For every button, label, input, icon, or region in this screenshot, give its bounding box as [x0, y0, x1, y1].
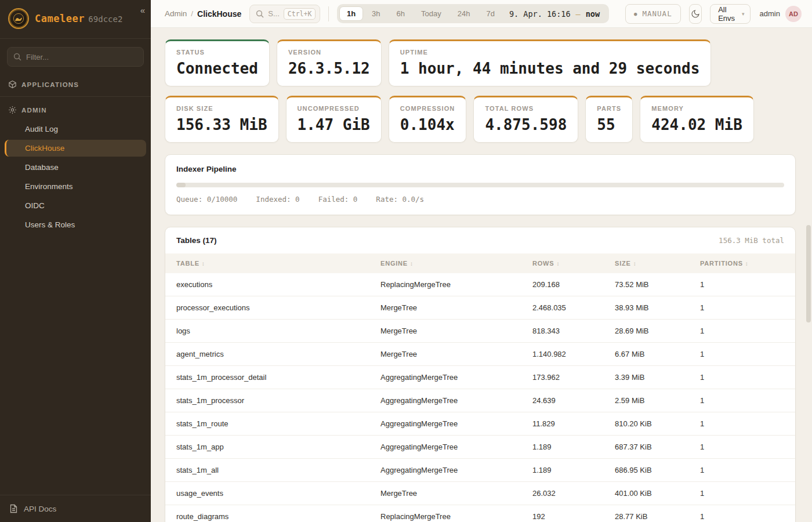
environment-select[interactable]: All Envs ▾	[710, 4, 750, 24]
sort-icon[interactable]: ↕	[202, 260, 205, 267]
cell-engine: AggregatingMergeTree	[380, 373, 532, 382]
cell-partitions: 1	[700, 350, 784, 358]
user-menu[interactable]: admin AD	[760, 6, 802, 22]
env-selected-value: All Envs	[718, 5, 742, 23]
sort-icon[interactable]: ↕	[556, 260, 560, 267]
cell-engine: MergeTree	[380, 303, 532, 312]
scrollbar-thumb[interactable]	[806, 225, 811, 322]
sidebar-nav-item[interactable]: Audit Log	[5, 121, 146, 137]
cell-engine: MergeTree	[380, 327, 532, 335]
cell-size: 6.67 MiB	[615, 350, 700, 358]
cell-size: 810.20 KiB	[615, 419, 700, 428]
cell-table: agent_metrics	[176, 350, 380, 358]
column-header[interactable]: TABLE ↕	[176, 260, 380, 267]
stat-value: 26.3.5.12	[288, 60, 370, 77]
brand-name: Cameleer	[35, 13, 85, 24]
sidebar-nav-item[interactable]: ClickHouse	[5, 140, 146, 157]
search-icon	[13, 53, 21, 61]
sidebar-collapse-icon[interactable]: «	[140, 6, 145, 14]
sort-icon[interactable]: ↕	[745, 260, 749, 267]
sidebar-nav-item[interactable]: Environments	[5, 178, 146, 195]
global-search[interactable]: S... Ctrl+K	[249, 5, 320, 23]
package-icon	[8, 80, 17, 89]
sort-icon[interactable]: ↕	[410, 260, 414, 267]
stat-cards-row-1: STATUS Connected VERSION 26.3.5.12 UPTIM…	[165, 39, 796, 86]
sidebar-section-applications[interactable]: APPLICATIONS	[0, 72, 151, 94]
stat-label: PARTS	[597, 105, 621, 112]
cell-engine: AggregatingMergeTree	[380, 466, 532, 474]
sidebar-nav-item[interactable]: Users & Roles	[5, 216, 146, 233]
time-range-button[interactable]: 1h	[339, 6, 363, 21]
cameleer-logo-icon	[8, 8, 29, 29]
tables-total-size: 156.3 MiB total	[719, 236, 784, 245]
table-row[interactable]: stats_1m_route AggregatingMergeTree 11.8…	[165, 412, 795, 436]
dark-mode-toggle[interactable]	[689, 4, 702, 24]
date-range-display[interactable]: 9. Apr. 16:16 – now	[503, 9, 607, 19]
stat-card: VERSION 26.3.5.12	[277, 39, 382, 86]
sidebar-header: Cameleer 69dcce2 «	[0, 0, 151, 39]
column-header[interactable]: SIZE ↕	[615, 260, 700, 267]
stat-label: VERSION	[288, 49, 370, 56]
sidebar-nav-item[interactable]: Database	[5, 159, 146, 176]
sidebar: Cameleer 69dcce2 « APPLICATIONS ADMIN Au…	[0, 0, 151, 522]
manual-refresh-button[interactable]: ● MANUAL	[625, 4, 681, 24]
table-row[interactable]: stats_1m_processor AggregatingMergeTree …	[165, 389, 795, 412]
stat-label: UPTIME	[400, 49, 700, 56]
indexer-stat: Indexed: 0	[256, 195, 299, 204]
date-range-from: 9. Apr. 16:16	[509, 9, 571, 19]
indexer-pipeline-panel: Indexer Pipeline Queue: 0/10000 Indexed:…	[165, 154, 796, 215]
table-row[interactable]: route_diagrams ReplacingMergeTree 192 28…	[165, 505, 795, 522]
cell-rows: 2.468.035	[532, 303, 615, 312]
cell-size: 401.00 KiB	[615, 489, 700, 498]
stat-card: TOTAL ROWS 4.875.598	[473, 96, 578, 143]
table-row[interactable]: logs MergeTree 818.343 28.69 MiB 1	[165, 320, 795, 343]
cell-rows: 1.189	[532, 443, 615, 451]
stat-value: 424.02 MiB	[651, 116, 742, 133]
sort-icon[interactable]: ↕	[633, 260, 637, 267]
time-range-button[interactable]: 6h	[389, 6, 412, 21]
topbar: Admin / ClickHouse S... Ctrl+K 1h 3h 6h …	[151, 0, 812, 28]
table-row[interactable]: stats_1m_processor_detail AggregatingMer…	[165, 366, 795, 389]
avatar[interactable]: AD	[785, 6, 802, 22]
table-row[interactable]: executions ReplacingMergeTree 209.168 73…	[165, 273, 795, 296]
tables-title: Tables (17)	[176, 236, 217, 245]
cell-size: 2.59 MiB	[615, 396, 700, 405]
section-label: APPLICATIONS	[21, 81, 79, 88]
time-range-button[interactable]: 7d	[478, 6, 502, 21]
api-docs-link[interactable]: API Docs	[0, 495, 151, 522]
time-range-button[interactable]: 3h	[364, 6, 387, 21]
stat-label: COMPRESSION	[400, 105, 455, 112]
sidebar-nav-item[interactable]: OIDC	[5, 197, 146, 214]
indexer-progress-fill	[176, 183, 186, 187]
cell-partitions: 1	[700, 303, 784, 312]
cell-size: 687.37 KiB	[615, 443, 700, 451]
cell-partitions: 1	[700, 419, 784, 428]
table-row[interactable]: usage_events MergeTree 26.032 401.00 KiB…	[165, 482, 795, 505]
date-range-to: now	[586, 9, 600, 19]
breadcrumb-separator: /	[191, 9, 193, 18]
time-range-button[interactable]: 24h	[450, 6, 478, 21]
breadcrumb-section[interactable]: Admin	[165, 9, 187, 18]
sidebar-filter[interactable]	[7, 47, 144, 67]
filter-input[interactable]	[26, 53, 137, 61]
cell-rows: 24.639	[532, 396, 615, 405]
table-row[interactable]: agent_metrics MergeTree 1.140.982 6.67 M…	[165, 343, 795, 366]
column-header[interactable]: ENGINE ↕	[380, 260, 532, 267]
time-range-button[interactable]: Today	[414, 6, 449, 21]
table-row[interactable]: processor_executions MergeTree 2.468.035…	[165, 296, 795, 320]
api-docs-label: API Docs	[24, 505, 56, 513]
column-header[interactable]: PARTITIONS ↕	[700, 260, 784, 267]
cell-rows: 192	[532, 512, 615, 521]
column-header[interactable]: ROWS ↕	[532, 260, 615, 267]
tables-header: Tables (17) 156.3 MiB total	[165, 227, 795, 253]
cell-table: stats_1m_processor_detail	[176, 373, 380, 382]
table-row[interactable]: stats_1m_all AggregatingMergeTree 1.189 …	[165, 459, 795, 482]
sidebar-section-admin[interactable]: ADMIN	[0, 98, 151, 119]
table-row[interactable]: stats_1m_app AggregatingMergeTree 1.189 …	[165, 436, 795, 459]
indexer-pipeline-title: Indexer Pipeline	[176, 165, 784, 173]
cell-engine: MergeTree	[380, 350, 532, 358]
cell-table: stats_1m_route	[176, 419, 380, 428]
stat-card: UPTIME 1 hour, 44 minutes and 29 seconds	[389, 39, 712, 86]
section-label: ADMIN	[21, 107, 47, 114]
stat-value: 156.33 MiB	[176, 116, 267, 133]
